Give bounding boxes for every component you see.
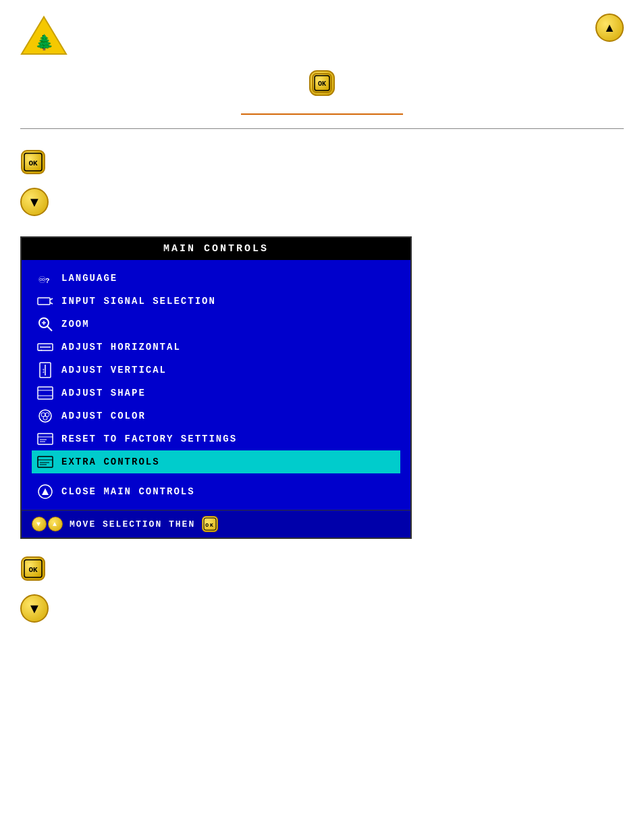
top-row1: ! 🌲 (20, 14, 624, 60)
input-signal-icon (37, 293, 53, 309)
zoom-icon (37, 316, 53, 332)
osd-footer-row: ▼ ▲ MOVE SELECTION THEN OK (32, 516, 400, 532)
footer-label: MOVE SELECTION THEN (70, 519, 195, 529)
osd-item-extra-controls[interactable]: EXTRA CONTROLS (32, 450, 400, 473)
svg-text:?: ? (45, 277, 51, 285)
reset-icon (37, 431, 53, 447)
osd-footer: ▼ ▲ MOVE SELECTION THEN OK (22, 510, 410, 538)
ok-button-step1[interactable]: OK (20, 149, 46, 178)
step-ok-bottom-row: OK (20, 556, 624, 584)
svg-text:🌲: 🌲 (35, 33, 54, 51)
svg-text:OK: OK (28, 566, 38, 574)
svg-marker-41 (42, 488, 49, 495)
step-down-row: ▼ (20, 188, 624, 216)
svg-text:↕: ↕ (41, 367, 47, 375)
down-arrow-button-bottom[interactable]: ▼ (20, 594, 49, 623)
svg-line-16 (47, 326, 52, 331)
nav-up-icon: ▲ (48, 517, 63, 531)
divider-line (20, 128, 624, 129)
osd-item-adjust-horizontal[interactable]: ↔ ADJUST HORIZONTAL (32, 336, 400, 359)
svg-rect-36 (38, 457, 53, 467)
osd-item-adjust-shape[interactable]: ADJUST SHAPE (32, 382, 400, 405)
svg-text:↔: ↔ (38, 347, 43, 354)
nav-icons: ▼ ▲ (32, 517, 63, 531)
osd-item-language[interactable]: ♾ ? LANGUAGE (32, 267, 400, 290)
top-section: ! 🌲 O (0, 0, 644, 136)
extra-icon (37, 454, 53, 470)
osd-item-adjust-vertical[interactable]: ↕ ADJUST VERTICAL (32, 359, 400, 382)
svg-rect-25 (38, 387, 53, 399)
language-icon: ♾ ? (37, 270, 53, 286)
ok-button-top[interactable]: OK (309, 70, 335, 97)
svg-text:OK: OK (318, 80, 326, 88)
osd-item-zoom[interactable]: ZOOM (32, 313, 400, 336)
svg-text:OK: OK (28, 159, 38, 167)
svg-rect-32 (38, 434, 53, 444)
step-down-bottom-row: ▼ (20, 594, 624, 623)
top-row3 (20, 113, 624, 115)
osd-item-close[interactable]: CLOSE MAIN CONTROLS (32, 480, 400, 503)
nav-down-icon: ▼ (32, 517, 47, 531)
svg-rect-12 (38, 298, 50, 305)
orange-underline (241, 113, 403, 115)
svg-text:OK: OK (205, 522, 215, 528)
warning-icon: ! 🌲 (20, 14, 68, 60)
ok-icon-footer: OK (202, 516, 218, 532)
osd-item-input-signal[interactable]: INPUT SIGNAL SELECTION (32, 290, 400, 313)
up-arrow-button-top[interactable] (595, 14, 624, 42)
osd-menu: MAIN CONTROLS ♾ ? LANGUAGE INPUT SI (20, 236, 412, 539)
top-row2: OK (20, 70, 624, 97)
ok-button-bottom[interactable]: OK (20, 556, 46, 584)
svg-point-31 (43, 416, 47, 420)
shape-icon (37, 385, 53, 401)
osd-header: MAIN CONTROLS (22, 238, 410, 260)
bottom-section: OK ▼ (0, 546, 644, 633)
close-icon (37, 484, 53, 500)
osd-body: ♾ ? LANGUAGE INPUT SIGNAL SELECTION (22, 260, 410, 510)
osd-item-reset-factory[interactable]: RESET TO FACTORY SETTINGS (32, 427, 400, 450)
vertical-icon: ↕ (37, 362, 53, 378)
horizontal-icon: ↔ (37, 339, 53, 355)
middle-section: OK ▼ (0, 136, 644, 230)
osd-item-adjust-color[interactable]: ADJUST COLOR (32, 405, 400, 427)
color-icon (37, 408, 53, 424)
step-ok-row: OK (20, 149, 624, 178)
osd-separator (32, 473, 400, 480)
down-arrow-button-step1[interactable]: ▼ (20, 188, 49, 216)
